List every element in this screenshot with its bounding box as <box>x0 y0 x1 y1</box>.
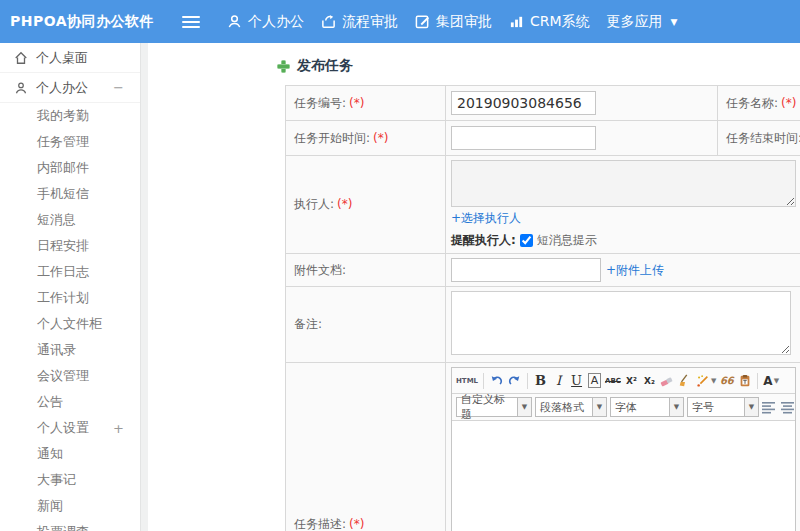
end-time-label: 任务结束时间: <box>726 131 800 145</box>
undo-icon[interactable] <box>489 371 504 391</box>
attachment-upload-link[interactable]: +附件上传 <box>606 262 664 279</box>
paste-text-icon[interactable] <box>737 371 752 391</box>
nav-personal-office[interactable]: 个人办公 <box>227 13 304 31</box>
row-remark: 备注: <box>286 287 800 363</box>
nav-more-apps[interactable]: 更多应用 ▼ <box>607 13 678 31</box>
eraser-icon[interactable] <box>660 371 675 391</box>
attachment-input[interactable] <box>451 258 601 282</box>
remark-textarea[interactable] <box>451 291 791 355</box>
expand-icon[interactable]: + <box>113 421 124 436</box>
description-label: 任务描述: <box>294 517 346 531</box>
editor-toolbar-row2: 自定义标题 ▼ 段落格式 ▼ 字体 ▼ <box>452 394 795 421</box>
sidebar-item-big-events[interactable]: 大事记 <box>0 467 140 493</box>
start-time-label: 任务开始时间: <box>294 131 370 145</box>
nav-crm-system[interactable]: CRM系统 <box>509 13 590 31</box>
align-left-icon[interactable] <box>762 401 776 414</box>
task-number-label: 任务编号: <box>294 96 346 110</box>
sidebar-item-news[interactable]: 新闻 <box>0 493 140 519</box>
home-icon <box>14 51 28 65</box>
flow-share-icon <box>321 14 336 29</box>
select-executor-link[interactable]: +选择执行人 <box>451 211 521 225</box>
autotypeset-button[interactable]: A <box>588 373 602 388</box>
italic-button[interactable]: I <box>551 371 566 391</box>
format-brush-icon[interactable] <box>678 371 693 391</box>
row-executor: 执行人:(*) +选择执行人 提醒执行人: 短消息提示 <box>286 156 800 254</box>
chevron-down-icon: ▼ <box>592 398 606 416</box>
edit-square-icon <box>415 14 430 29</box>
auto-format-wand-icon[interactable]: ▼ <box>696 371 716 391</box>
sidebar-item-notice[interactable]: 通知 <box>0 441 140 467</box>
task-form: 任务编号:(*) 任务名称:(*) 任务开始时间:(*) 任务结束时间:(*) … <box>285 85 800 531</box>
sidebar-item-personal-settings[interactable]: 个人设置 + <box>0 415 140 441</box>
required-mark: (*) <box>349 96 364 110</box>
subscript-button[interactable]: X₂ <box>642 371 657 391</box>
html-source-button[interactable]: HTML <box>456 371 478 391</box>
chevron-down-icon: ▼ <box>671 17 678 27</box>
blockquote-button[interactable]: 66 <box>719 371 734 391</box>
chevron-down-icon: ▼ <box>711 377 716 385</box>
superscript-button[interactable]: X² <box>624 371 639 391</box>
sidebar-item-my-attendance[interactable]: 我的考勤 <box>0 103 140 129</box>
required-mark: (*) <box>349 517 364 531</box>
required-mark: (*) <box>781 96 796 110</box>
attachment-label: 附件文档: <box>294 263 346 277</box>
task-number-input[interactable] <box>451 91 596 115</box>
sidebar-item-personal-files[interactable]: 个人文件柜 <box>0 311 140 337</box>
hamburger-menu-icon[interactable] <box>182 16 200 28</box>
sidebar-item-work-log[interactable]: 工作日志 <box>0 259 140 285</box>
person-icon <box>14 81 28 95</box>
sidebar-item-announcement[interactable]: 公告 <box>0 389 140 415</box>
align-center-icon[interactable] <box>781 401 795 414</box>
sidebar-item-personal-office[interactable]: 个人办公 − <box>0 73 140 103</box>
page-title-text: 发布任务 <box>297 57 353 75</box>
alignment-buttons <box>762 401 800 414</box>
required-mark: (*) <box>337 197 352 211</box>
sidebar-item-meeting-management[interactable]: 会议管理 <box>0 363 140 389</box>
start-time-input[interactable] <box>451 126 596 150</box>
font-color-button[interactable]: A ▼ <box>763 371 779 391</box>
sidebar-content-divider <box>140 43 148 531</box>
nav-workflow-approval[interactable]: 流程审批 <box>321 13 398 31</box>
sidebar-item-internal-mail[interactable]: 内部邮件 <box>0 155 140 181</box>
executor-textarea[interactable] <box>451 160 796 207</box>
page-title: 发布任务 <box>277 57 800 75</box>
sidebar-item-mobile-sms[interactable]: 手机短信 <box>0 181 140 207</box>
nav-group-approval[interactable]: 集团审批 <box>415 13 492 31</box>
user-icon <box>227 14 242 29</box>
redo-icon[interactable] <box>507 371 522 391</box>
sidebar: 个人桌面 个人办公 − 我的考勤 任务管理 内部邮件 手机短信 短消息 日程安排… <box>0 43 140 531</box>
row-description: 任务描述:(*) HTML <box>286 363 800 531</box>
remark-label: 备注: <box>294 317 322 331</box>
sidebar-item-contacts[interactable]: 通讯录 <box>0 337 140 363</box>
sidebar-item-personal-desktop[interactable]: 个人桌面 <box>0 43 140 73</box>
bold-button[interactable]: B <box>533 371 548 391</box>
sidebar-item-schedule[interactable]: 日程安排 <box>0 233 140 259</box>
chevron-down-icon: ▼ <box>669 398 683 416</box>
custom-title-select[interactable]: 自定义标题 ▼ <box>456 397 532 417</box>
sidebar-item-task-management[interactable]: 任务管理 <box>0 129 140 155</box>
row-attachment: 附件文档: +附件上传 <box>286 254 800 287</box>
collapse-icon[interactable]: − <box>113 80 124 95</box>
required-mark: (*) <box>373 131 388 145</box>
sidebar-item-vote[interactable]: 投票调查 <box>0 519 140 531</box>
editor-toolbar-row1: HTML B I U <box>452 368 795 394</box>
app-logo: PHPOA协同办公软件 <box>0 13 182 31</box>
paragraph-format-select[interactable]: 段落格式 ▼ <box>535 397 607 417</box>
chevron-down-icon: ▼ <box>744 398 758 416</box>
underline-button[interactable]: U <box>569 371 584 391</box>
row-task-number: 任务编号:(*) 任务名称:(*) <box>286 86 800 121</box>
sms-remind-checkbox[interactable] <box>520 234 533 247</box>
font-family-select[interactable]: 字体 ▼ <box>610 397 684 417</box>
font-size-select[interactable]: 字号 ▼ <box>687 397 759 417</box>
remind-executor-label: 提醒执行人: <box>451 232 516 249</box>
strikethrough-button[interactable]: ABC <box>605 371 621 391</box>
chevron-down-icon: ▼ <box>774 377 779 385</box>
executor-label: 执行人: <box>294 197 334 211</box>
main-content: 发布任务 任务编号:(*) 任务名称:(*) 任务开始时间:(*) 任务结束时间… <box>148 43 800 531</box>
row-task-time: 任务开始时间:(*) 任务结束时间:(*) <box>286 121 800 156</box>
sidebar-item-short-message[interactable]: 短消息 <box>0 207 140 233</box>
editor-content-area[interactable] <box>452 421 795 531</box>
sms-remind-option-label: 短消息提示 <box>537 232 597 249</box>
top-nav: 个人办公 流程审批 集团审批 CRM系统 <box>182 13 678 31</box>
sidebar-item-work-plan[interactable]: 工作计划 <box>0 285 140 311</box>
